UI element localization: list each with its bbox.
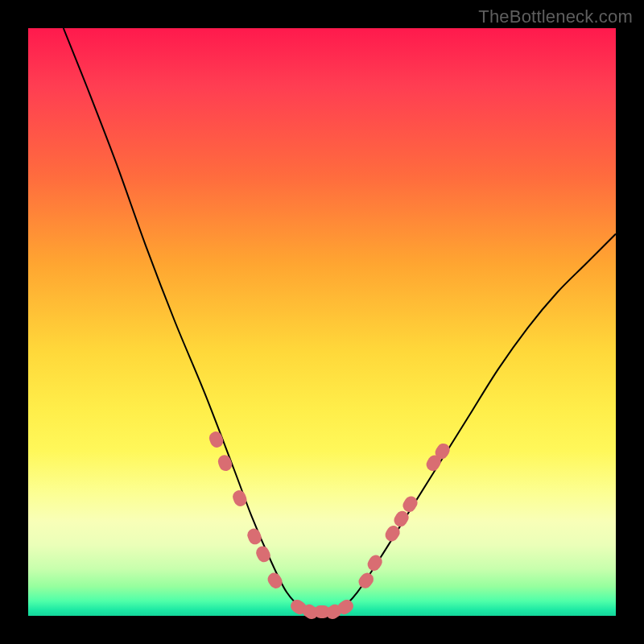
curve-marker bbox=[254, 544, 273, 564]
marker-group bbox=[208, 430, 452, 621]
curve-marker bbox=[231, 489, 249, 509]
watermark-text: TheBottleneck.com bbox=[478, 6, 633, 27]
bottleneck-curve bbox=[64, 28, 616, 616]
plot-area bbox=[28, 28, 616, 616]
curve-marker bbox=[246, 526, 263, 547]
curve-marker bbox=[265, 570, 284, 591]
curve-marker bbox=[217, 453, 234, 473]
curve-marker bbox=[208, 430, 225, 449]
chart-stage: TheBottleneck.com bbox=[0, 0, 644, 644]
curve-marker bbox=[356, 570, 376, 591]
curve-layer bbox=[28, 28, 616, 616]
